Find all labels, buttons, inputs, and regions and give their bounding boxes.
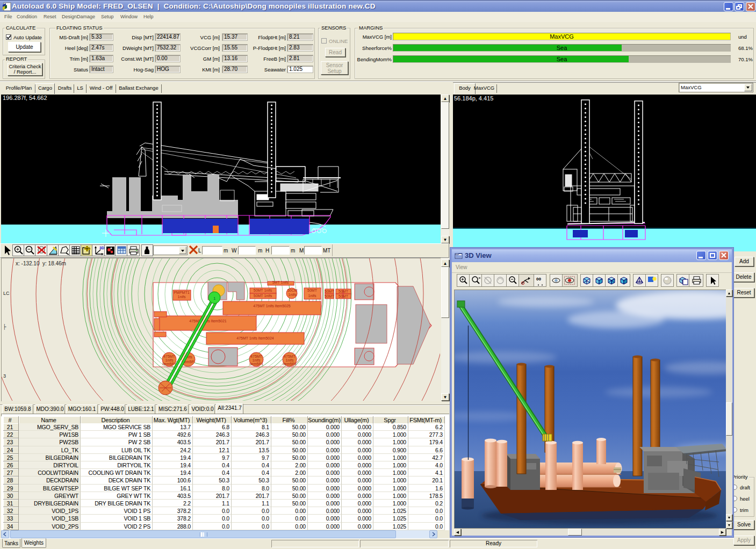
svg-text:475MT 1nifs Item5024: 475MT 1nifs Item5024 (236, 336, 274, 340)
svg-text:LC: LC (3, 291, 10, 296)
svg-text:1nifs: 1nifs (289, 293, 297, 297)
svg-text:475MT 1nifs Item5021: 475MT 1nifs Item5021 (189, 319, 227, 323)
svg-text:475MT: 475MT (163, 355, 176, 358)
svg-text:Item5P1: Item5P1 (249, 362, 263, 366)
svg-text:196.287f, 54.662: 196.287f, 54.662 (3, 95, 47, 101)
svg-text:1nifs: 1nifs (308, 294, 316, 298)
svg-text:50MT: 50MT (325, 290, 335, 293)
svg-text:x: -132.10 y: 18.46m: x: -132.10 y: 18.46m (16, 261, 66, 266)
svg-text:1nifs: 1nifs (286, 358, 294, 362)
svg-text:50MT: 50MT (307, 288, 318, 292)
svg-text:3: 3 (3, 373, 6, 379)
svg-text:56.184p, 4.415: 56.184p, 4.415 (454, 95, 493, 102)
svg-text:50CM: 50CM (287, 288, 298, 292)
svg-text:1nifs: 1nifs (253, 358, 261, 362)
svg-text:Item5P1: Item5P1 (162, 362, 176, 366)
svg-text:├: ├ (3, 323, 6, 330)
svg-text:ºº: ºº (536, 277, 541, 285)
svg-text:50MT 1nifs: 50MT 1nifs (254, 288, 272, 292)
svg-text:3D: 3D (99, 246, 104, 250)
svg-text:50MT: 50MT (339, 294, 349, 298)
svg-text:475MT: 475MT (250, 355, 263, 358)
svg-text:50MT: 50MT (339, 290, 349, 293)
svg-text:50MT 1nifs: 50MT 1nifs (254, 294, 272, 298)
svg-text:475MT 1nifs Item5025: 475MT 1nifs Item5025 (253, 304, 291, 308)
svg-text:1nifs: 1nifs (165, 358, 174, 362)
svg-text:1nifs: 1nifs (178, 295, 186, 299)
svg-text:Item5P1: Item5P1 (283, 362, 297, 366)
svg-text:PMPMT1: PMPMT1 (174, 291, 189, 294)
svg-text:475MT: 475MT (284, 355, 296, 358)
svg-text:1: 1 (213, 296, 216, 301)
svg-text:50MT: 50MT (325, 294, 335, 298)
svg-text:5MT 1nifs: 5MT 1nifs (272, 280, 289, 284)
